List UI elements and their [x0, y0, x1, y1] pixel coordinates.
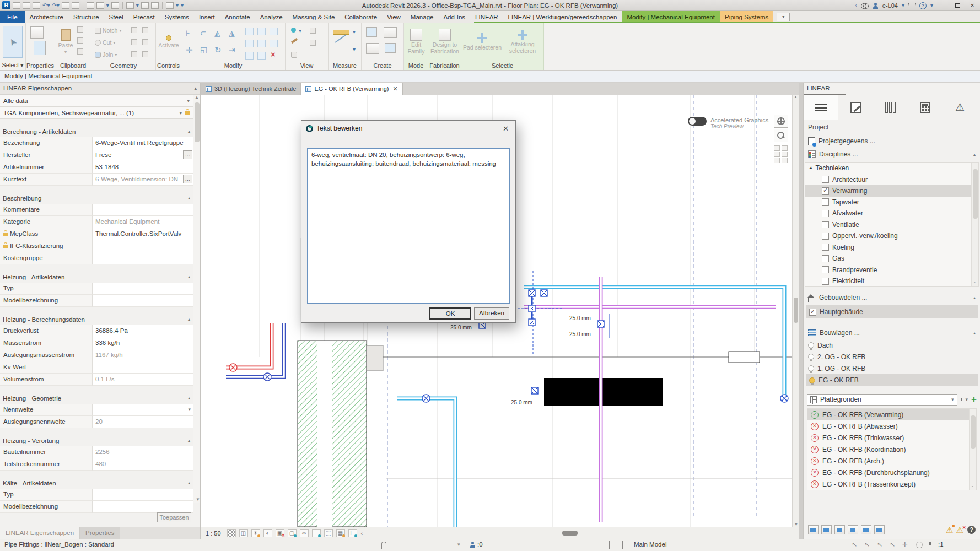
property-row[interactable]: Bauteilnummer2256: [0, 446, 193, 458]
mirror-axis-icon[interactable]: ◭: [214, 29, 220, 37]
override-graphics-icon[interactable]: [310, 40, 316, 46]
text-edit-field[interactable]: 6-weg, ventielmaat: DN 20, behuizingsont…: [307, 148, 510, 304]
dimension-line-icon[interactable]: [335, 34, 347, 42]
demolish-icon[interactable]: [142, 51, 148, 57]
expanded-icon[interactable]: ▾: [808, 165, 814, 171]
collapse-icon[interactable]: ▴: [973, 295, 976, 300]
checkbox[interactable]: [822, 278, 829, 285]
tab-warnings[interactable]: ⚠: [943, 95, 977, 120]
tree-item-oppervl-verw-koeling[interactable]: Oppervl.-verw./koeling: [805, 230, 971, 242]
modify-tool-icon[interactable]: [87, 2, 94, 9]
copy-icon[interactable]: ◱: [200, 45, 207, 54]
property-row[interactable]: Kommentare: [0, 204, 193, 216]
browse-button[interactable]: …: [183, 150, 192, 159]
undo-icon[interactable]: ↶▾: [42, 2, 50, 9]
background-processes-icon[interactable]: [916, 542, 923, 548]
navigation-mini-tools[interactable]: [774, 145, 788, 163]
account-dropdown-icon[interactable]: ▾: [902, 2, 904, 9]
property-row[interactable]: Modellbezeichnung: [0, 501, 193, 513]
view-tab-3d-technik-zentrale[interactable]: 3D (Heizung) Technik Zentrale: [201, 83, 301, 95]
reveal-constraints-icon[interactable]: ▦: [336, 529, 345, 537]
copy-to-clipboard-icon[interactable]: [77, 37, 83, 44]
level-bulb-active-icon[interactable]: [809, 377, 815, 383]
join-button[interactable]: Join▾: [95, 51, 117, 58]
tab-calculation[interactable]: [908, 95, 943, 120]
temporary-hide-icon[interactable]: [291, 28, 296, 33]
split-element-icon[interactable]: [245, 28, 254, 35]
chevron-down-icon[interactable]: ▾: [188, 407, 191, 412]
level-bulb-icon[interactable]: [808, 342, 814, 348]
selection-filter-icon[interactable]: [929, 542, 931, 545]
filter-button[interactable]: [961, 398, 962, 401]
switch-windows-icon[interactable]: ▾: [176, 2, 179, 9]
checkbox[interactable]: [822, 176, 829, 183]
property-row[interactable]: Volumenstrom0.1 L/s: [0, 374, 193, 386]
building-hauptgebaeude[interactable]: Hauptgebäude: [806, 305, 978, 318]
select-by-face-icon[interactable]: ↖: [890, 541, 895, 548]
create-parts-icon[interactable]: [366, 27, 377, 37]
canvas-horizontal-scrollbar[interactable]: [386, 529, 792, 537]
tab-insert[interactable]: Insert: [194, 11, 220, 23]
detail-level-icon[interactable]: ◫: [239, 529, 248, 537]
tab-project-menu[interactable]: [804, 95, 838, 120]
collapse-search-icon[interactable]: ‹: [855, 2, 857, 9]
tab-steel[interactable]: Steel: [104, 11, 128, 23]
split-gap-icon[interactable]: [257, 28, 266, 35]
valve-symbol-cyan-branch[interactable]: [422, 395, 430, 402]
save-icon[interactable]: [33, 2, 40, 9]
cope-icon[interactable]: [131, 27, 137, 33]
tree-item-afvalwater[interactable]: Afvalwater: [805, 208, 971, 219]
select-underlay-icon[interactable]: ↖: [864, 541, 870, 548]
projectgegevens-item[interactable]: Projectgegevens ...: [804, 134, 980, 148]
level-bulb-icon[interactable]: [808, 354, 814, 360]
cut-button[interactable]: Cut▾: [95, 39, 115, 46]
worksharing-display-icon[interactable]: ⊢: [348, 529, 357, 537]
checkbox[interactable]: [822, 244, 829, 251]
property-row[interactable]: Artikelnummer53-1848: [0, 161, 193, 174]
tab-analyze[interactable]: Analyze: [255, 11, 288, 23]
array-icon[interactable]: [245, 40, 254, 47]
property-row[interactable]: HerstellerFrese…: [0, 149, 193, 161]
group-label-clipboard[interactable]: Clipboard: [55, 62, 91, 69]
crop-view-icon[interactable]: ▣: [276, 529, 284, 537]
help-dropdown-icon[interactable]: ▾: [930, 2, 933, 9]
isolate-selection-icon[interactable]: ⬚: [324, 529, 333, 537]
paste-button[interactable]: Paste▾: [57, 25, 74, 58]
property-row[interactable]: Typ: [0, 489, 193, 501]
show-crop-region-icon[interactable]: ▢: [288, 529, 297, 537]
checkbox[interactable]: [822, 255, 829, 262]
beam-icon[interactable]: [131, 39, 137, 45]
minimize-button[interactable]: –: [937, 2, 948, 9]
valve-symbol-cyan-end[interactable]: [780, 395, 788, 402]
tree-scrollbar[interactable]: ˆˇ: [971, 163, 978, 286]
pipe-tool-icon-3[interactable]: [834, 525, 845, 534]
tree-item-tapwater[interactable]: Tapwater: [805, 197, 971, 208]
sync-icon[interactable]: [72, 2, 79, 9]
aftakking-selecteren-button[interactable]: Aftakking selecteren: [502, 24, 543, 60]
valve-box-symbol[interactable]: [597, 321, 604, 327]
3d-dropdown-icon[interactable]: ▾: [136, 2, 139, 9]
property-row[interactable]: Kv-Wert: [0, 361, 193, 374]
property-row[interactable]: Kurztext6-Wege, Ventildimension: DN…: [0, 174, 193, 186]
create-assembly-icon[interactable]: [384, 27, 397, 38]
select-links-icon[interactable]: ↖: [852, 541, 857, 548]
section-heizung-artikel[interactable]: Heizung - Artikeldaten▴: [0, 271, 193, 283]
section-heizung-geometrie[interactable]: Heizung - Geometrie▴: [0, 392, 193, 404]
delete-icon[interactable]: ×: [271, 50, 276, 59]
scale-icon[interactable]: [257, 40, 266, 47]
tab-modify-mechanical-equipment[interactable]: Modify | Mechanical Equipment: [622, 11, 720, 23]
property-row[interactable]: Nennweite▾: [0, 404, 193, 416]
design-options-panel-icon[interactable]: [622, 541, 623, 549]
data-filter-dropdown[interactable]: Alle data▾: [0, 95, 193, 107]
hide-dropdown-icon[interactable]: ▾: [299, 28, 301, 34]
valve-symbol-blue[interactable]: [263, 373, 271, 381]
valve-box-symbol[interactable]: [531, 387, 538, 394]
panel-help-icon[interactable]: ?: [967, 526, 976, 534]
dialog-close-icon[interactable]: ✕: [500, 125, 511, 133]
zoom-button[interactable]: [774, 129, 788, 142]
cut-to-clipboard-icon[interactable]: [77, 26, 83, 33]
close-hidden-windows-icon[interactable]: [166, 2, 174, 9]
accelerated-graphics-toggle[interactable]: [688, 117, 707, 126]
tree-item-brandpreventie[interactable]: Brandpreventie: [805, 264, 971, 276]
scrollbar-thumb[interactable]: [971, 415, 976, 449]
